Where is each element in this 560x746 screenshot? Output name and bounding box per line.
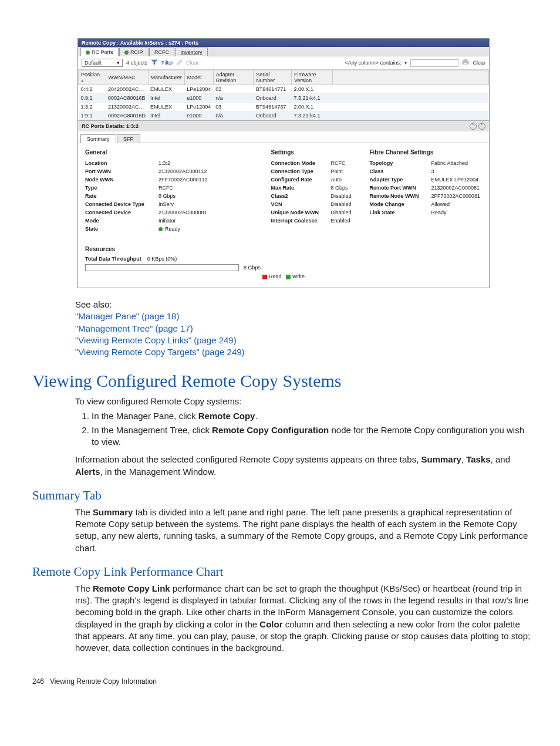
legend-read: Read	[269, 274, 282, 279]
bar-max: 8 Gbps	[244, 265, 261, 271]
chart-paragraph: The Remote Copy Link performance chart c…	[75, 583, 532, 654]
kv-row: TypeRCFC	[85, 184, 265, 192]
step-2: In the Management Tree, click Remote Cop…	[92, 424, 532, 448]
kv-row: Node WWN2FF70002AC000112	[85, 175, 265, 184]
heading-viewing-configured: Viewing Configured Remote Copy Systems	[32, 371, 560, 391]
kv-row: Link StateReady	[369, 208, 482, 217]
table-row[interactable]: 0:4:220420002AC…EMULEXLPe1200403BT946147…	[79, 85, 489, 94]
col-serial[interactable]: Serial Number	[254, 70, 292, 85]
legend-read-swatch	[262, 275, 267, 279]
view-select[interactable]: Default▾	[82, 59, 123, 67]
details-header-text: RC Ports Details: 1:3:2	[82, 123, 139, 129]
throughput-bar	[85, 264, 239, 271]
resources-section: Resources Total Data Throughput 0 KBps (…	[78, 246, 489, 288]
search-input[interactable]	[410, 59, 458, 67]
kv-row: Unique Node WWNDisabled	[271, 208, 363, 217]
legend-write-swatch	[286, 275, 291, 279]
link-rc-links[interactable]: "Viewing Remote Copy Links" (page 249)	[75, 335, 532, 346]
link-manager-pane[interactable]: "Manager Pane" (page 18)	[75, 310, 532, 322]
clear-button[interactable]: Clear	[473, 60, 485, 66]
tab-rcip[interactable]: RCIP	[119, 48, 149, 56]
col-manufacturer[interactable]: Manufacturer	[148, 70, 184, 85]
detail-tabs: Summary SFP	[78, 134, 489, 143]
tab-inventory-label: Inventory	[181, 49, 203, 55]
kv-row: TopologyFabric Attached	[369, 159, 482, 167]
link-rc-targets[interactable]: "Viewing Remote Copy Targets" (page 249)	[75, 346, 532, 358]
tab-rcfc[interactable]: RCFC	[149, 48, 174, 56]
chevron-down-icon[interactable]: ▾	[404, 60, 407, 66]
page-footer: 246 Viewing Remote Copy Information	[32, 677, 560, 686]
filter-icon[interactable]	[151, 59, 158, 66]
kv-row: Remote Port WWN21320002AC000081	[369, 184, 482, 192]
filter-link[interactable]: Filter	[161, 60, 173, 66]
kv-row: Port WWN21320002AC000112	[85, 167, 265, 175]
chevron-down-icon: ▾	[117, 60, 120, 66]
col-firmware[interactable]: Firmware Version	[291, 70, 332, 85]
fcs-section: Fibre Channel Settings TopologyFabric At…	[369, 149, 482, 233]
settings-title: Settings	[271, 149, 363, 156]
summary-paragraph: The Summary tab is divided into a left p…	[75, 507, 532, 554]
kv-row: Class3	[369, 167, 482, 175]
tab-rc-ports[interactable]: RC Ports	[80, 48, 119, 56]
intro-text: To view configured Remote Copy systems:	[75, 396, 532, 407]
ports-table: Position WWN/MAC Manufacturer Model Adap…	[78, 70, 489, 120]
tab-sfp[interactable]: SFP	[117, 134, 140, 143]
see-also-label: See also:	[75, 299, 532, 310]
info-paragraph: Information about the selected configure…	[75, 454, 532, 478]
app-screenshot: Remote Copy : Available InServs : s274 :…	[77, 38, 490, 288]
kv-row: StateReady	[85, 225, 265, 233]
throughput-label: Total Data Throughput	[85, 256, 141, 262]
kv-row: Max Rate8 Gbps	[271, 184, 363, 192]
tab-inventory[interactable]: Inventory	[176, 48, 208, 56]
view-select-value: Default	[85, 60, 102, 66]
general-title: General	[85, 149, 265, 156]
col-wwn[interactable]: WWN/MAC	[106, 70, 148, 85]
search-hint: <Any column> contains:	[345, 60, 401, 66]
settings-section: Settings Connection ModeRCFCConnection T…	[271, 149, 363, 233]
fcs-title: Fibre Channel Settings	[369, 149, 482, 156]
kv-row: Interrupt CoalesceEnabled	[271, 217, 363, 225]
collapse-down-icon[interactable]: ˅	[478, 123, 485, 130]
col-blank	[333, 70, 489, 85]
heading-rc-link-chart: Remote Copy Link Performance Chart	[32, 565, 560, 579]
kv-row: Adapter TypeEMULEX LPe12004	[369, 175, 482, 184]
kv-row: Configured RateAuto	[271, 175, 363, 184]
col-model[interactable]: Model	[184, 70, 213, 85]
step-1: In the Manager Pane, click Remote Copy.	[92, 410, 532, 422]
heading-summary-tab: Summary Tab	[32, 488, 560, 503]
col-adapter-rev[interactable]: Adapter Revision	[213, 70, 254, 85]
table-row[interactable]: 0:9:10002AC80016BIntele1000n/aOnboard7.3…	[79, 94, 489, 103]
svg-rect-2	[464, 63, 467, 65]
kv-row: Mode ChangeAllowed	[369, 200, 482, 208]
kv-row: Connection TypePoint	[271, 167, 363, 175]
kv-row: VCNDisabled	[271, 200, 363, 208]
clear-link: Clear	[186, 60, 199, 66]
tab-rcfc-label: RCFC	[154, 49, 169, 55]
details-header: RC Ports Details: 1:3:2 ˄ ˅	[78, 120, 489, 131]
kv-row: Connected Device TypeInServ	[85, 200, 265, 208]
link-management-tree[interactable]: "Management Tree" (page 17)	[75, 323, 532, 335]
kv-row: Location1:3:2	[85, 159, 265, 167]
kv-row: Class2Disabled	[271, 192, 363, 200]
clear-icon	[177, 59, 183, 66]
tab-summary[interactable]: Summary	[80, 134, 116, 143]
table-row[interactable]: 1:3:221320002AC…EMULEXLPe1200403BT946147…	[79, 103, 489, 112]
collapse-up-icon[interactable]: ˄	[470, 123, 477, 130]
kv-row: ModeInitiator	[85, 217, 265, 225]
kv-row: Remote Node WWN2FF70002AC000081	[369, 192, 482, 200]
object-count: 4 objects	[126, 60, 147, 66]
legend-write: Write	[292, 274, 305, 279]
kv-row: Connected Device21320002AC000081	[85, 208, 265, 217]
resources-title: Resources	[85, 246, 482, 252]
kv-row: Rate8 Gbps	[85, 192, 265, 200]
tab-rc-ports-label: RC Ports	[92, 49, 113, 55]
printer-icon[interactable]	[462, 59, 469, 66]
table-row[interactable]: 1:9:10002AC80016DIntele1000n/aOnboard7.3…	[79, 112, 489, 120]
kv-row: Connection ModeRCFC	[271, 159, 363, 167]
throughput-value: 0 KBps (0%)	[147, 256, 177, 262]
toolbar: Default▾ 4 objects Filter Clear <Any col…	[78, 56, 489, 70]
col-position[interactable]: Position	[79, 70, 106, 85]
general-section: General Location1:3:2Port WWN21320002AC0…	[85, 149, 265, 233]
steps-list: In the Manager Pane, click Remote Copy. …	[75, 410, 532, 448]
top-tabs: RC Ports RCIP RCFC Inventory	[78, 47, 489, 56]
